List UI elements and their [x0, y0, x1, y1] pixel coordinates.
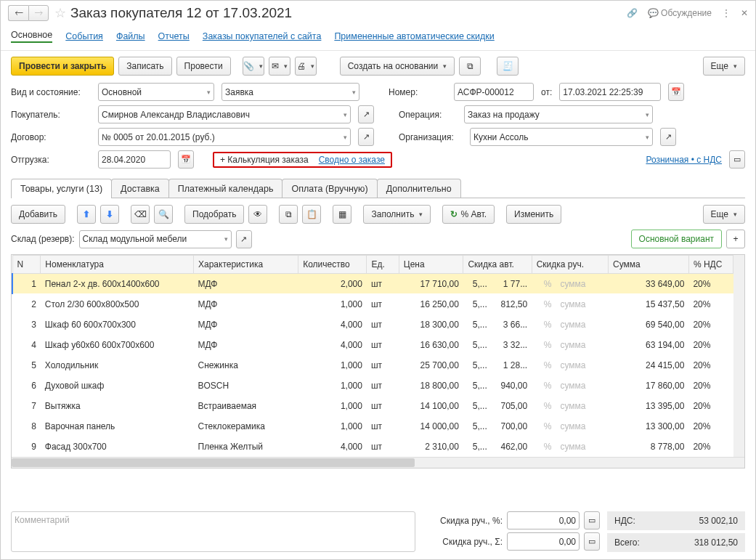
table-row[interactable]: 7ВытяжкаВстраиваемая1,000шт14 100,005,..…: [12, 396, 733, 416]
structure-button[interactable]: ⧉: [459, 57, 481, 76]
table-row[interactable]: 6Духовой шкафBOSCH1,000шт18 800,005,...9…: [12, 376, 733, 396]
receipt-button[interactable]: 🧾: [497, 57, 519, 76]
add-calculation-link[interactable]: + Калькуляция заказа: [220, 155, 309, 165]
discussion-button[interactable]: 💬 Обсуждение: [648, 8, 712, 18]
more-button-2[interactable]: Еще: [703, 205, 745, 224]
auto-discount-button[interactable]: ↻ % Авт.: [442, 205, 495, 224]
disc-sum-input[interactable]: 0,00: [507, 532, 580, 551]
fill-button[interactable]: Заполнить: [363, 205, 431, 224]
print-menu-button[interactable]: 🖨: [295, 57, 317, 76]
move-down-button[interactable]: ⬇: [100, 205, 119, 224]
tab-goods[interactable]: Товары, услуги (13): [11, 179, 112, 198]
buyer-value: Смирнов Александр Владиславович: [102, 110, 250, 120]
email-menu-button[interactable]: ✉: [269, 57, 290, 76]
paste-button[interactable]: 📋: [302, 205, 321, 224]
nav-back-button[interactable]: 🡐: [8, 5, 28, 21]
col-vat[interactable]: % НДС: [688, 256, 733, 274]
total-label: Всего:: [614, 537, 640, 548]
spreadsheet-button[interactable]: ▦: [333, 205, 351, 224]
close-icon[interactable]: ✕: [741, 8, 748, 18]
table-row[interactable]: 9Фасад 300х700Пленка Желтый4,000шт2 310,…: [12, 437, 733, 457]
move-up-button[interactable]: ⬆: [77, 205, 96, 224]
tab-main[interactable]: Основное: [11, 30, 52, 43]
table-row[interactable]: 2Стол 2/30 600х800х500МДФ1,000шт16 250,0…: [12, 294, 733, 315]
visibility-button[interactable]: 👁: [248, 205, 267, 224]
tab-delivery[interactable]: Доставка: [111, 179, 169, 198]
variant-add-button[interactable]: +: [726, 230, 745, 248]
date-picker-button[interactable]: 📅: [668, 83, 684, 101]
stock-select[interactable]: Склад модульной мебели▾: [79, 230, 232, 248]
comment-textarea[interactable]: Комментарий: [11, 511, 415, 552]
ship-date-picker-button[interactable]: 📅: [178, 150, 194, 169]
create-based-button[interactable]: Создать на основании: [340, 57, 455, 76]
tab-discounts[interactable]: Примененные автоматические скидки: [334, 31, 494, 41]
add-row-button[interactable]: Добавить: [11, 205, 65, 224]
pricing-settings-button[interactable]: ▭: [729, 150, 745, 169]
number-input[interactable]: АСФР-000012: [454, 83, 534, 101]
table-row[interactable]: 5ХолодильникСнежинка1,000шт25 700,005,..…: [12, 355, 733, 376]
order-summary-link[interactable]: Сводно о заказе: [319, 155, 385, 165]
tab-payment-manual[interactable]: Оплата (Вручную): [282, 179, 377, 198]
table-row[interactable]: 4Шкаф у60х60 600х700х600МДФ4,000шт16 630…: [12, 335, 733, 355]
tab-events[interactable]: События: [65, 31, 103, 41]
buyer-label: Покупатель:: [11, 110, 91, 120]
contract-open-button[interactable]: ↗: [358, 128, 374, 146]
status-value: Заявка: [225, 87, 253, 97]
table-row[interactable]: 1Пенал 2-х дв. 600х1400х600МДФ2,000шт17 …: [12, 274, 733, 294]
pricing-mode-link[interactable]: Розничная • с НДС: [646, 155, 722, 165]
post-button[interactable]: Провести: [176, 57, 231, 76]
ship-date-input[interactable]: 28.04.2020: [98, 150, 171, 169]
pick-button[interactable]: Подобрать: [184, 205, 244, 224]
disc-pct-calc-button[interactable]: ▭: [584, 511, 600, 529]
operation-select[interactable]: Заказ на продажу▾: [464, 105, 653, 123]
page-title: Заказ покупателя 12 от 17.03.2021: [70, 5, 292, 21]
table-row[interactable]: 8Варочная панельСтеклокерамика1,000шт14 …: [12, 416, 733, 437]
org-open-button[interactable]: ↗: [660, 128, 676, 146]
col-price[interactable]: Цена: [399, 256, 463, 274]
buyer-input[interactable]: Смирнов Александр Владиславович▾: [98, 105, 351, 123]
date-input[interactable]: 17.03.2021 22:25:39: [559, 83, 661, 101]
edit-button[interactable]: Изменить: [506, 205, 561, 224]
save-button[interactable]: Записать: [118, 57, 171, 76]
link-icon[interactable]: 🔗: [627, 8, 638, 18]
attachment-menu-button[interactable]: 📎: [243, 57, 264, 76]
col-qty[interactable]: Количество: [298, 256, 367, 274]
post-and-close-button[interactable]: Провести и закрыть: [11, 57, 114, 76]
horizontal-scrollbar[interactable]: [12, 457, 744, 468]
col-n[interactable]: N: [12, 256, 41, 274]
stock-open-button[interactable]: ↗: [236, 230, 252, 248]
disc-pct-label: Скидка руч., %:: [423, 516, 503, 526]
tab-site-orders[interactable]: Заказы покупателей с сайта: [203, 31, 322, 41]
kind-select[interactable]: Основной▾: [98, 83, 214, 101]
variant-button[interactable]: Основной вариант: [631, 230, 722, 248]
disc-sum-calc-button[interactable]: ▭: [584, 532, 600, 551]
disc-pct-input[interactable]: 0,00: [507, 511, 580, 529]
vertical-scrollbar[interactable]: [733, 255, 744, 457]
scanner-button[interactable]: 🔍: [154, 205, 173, 224]
date-value: 17.03.2021 22:25:39: [563, 87, 643, 97]
col-unit[interactable]: Ед.: [367, 256, 399, 274]
tab-payment-calendar[interactable]: Платежный календарь: [168, 179, 283, 198]
col-disc-manual[interactable]: Скидка руч.: [532, 256, 608, 274]
org-input[interactable]: Кухни Ассоль▾: [470, 128, 653, 146]
section-tabs: Основное События Файлы Отчеты Заказы пок…: [1, 24, 755, 51]
col-sum[interactable]: Сумма: [609, 256, 689, 274]
barcode-button[interactable]: ⌫: [131, 205, 150, 224]
col-char[interactable]: Характеристика: [194, 256, 298, 274]
discussion-label: Обсуждение: [661, 8, 712, 18]
kebab-menu-icon[interactable]: ⋮: [722, 8, 731, 18]
tab-additional[interactable]: Дополнительно: [377, 179, 461, 198]
status-select[interactable]: Заявка▾: [221, 83, 359, 101]
more-button[interactable]: Еще: [703, 57, 745, 76]
table-row[interactable]: 3Шкаф 60 600х700х300МДФ4,000шт18 300,005…: [12, 315, 733, 335]
col-disc-auto[interactable]: Скидка авт.: [463, 256, 532, 274]
tab-reports[interactable]: Отчеты: [158, 31, 190, 41]
col-name[interactable]: Номенклатура: [41, 256, 194, 274]
tab-files[interactable]: Файлы: [116, 31, 145, 41]
copy-button[interactable]: ⧉: [279, 205, 298, 224]
nav-forward-button[interactable]: 🡒: [28, 5, 49, 21]
buyer-open-button[interactable]: ↗: [358, 105, 374, 123]
favorite-star-icon[interactable]: ☆: [54, 5, 66, 21]
contract-input[interactable]: № 0005 от 20.01.2015 (руб.)▾: [98, 128, 351, 146]
highlight-box: + Калькуляция заказа Сводно о заказе: [213, 152, 392, 168]
